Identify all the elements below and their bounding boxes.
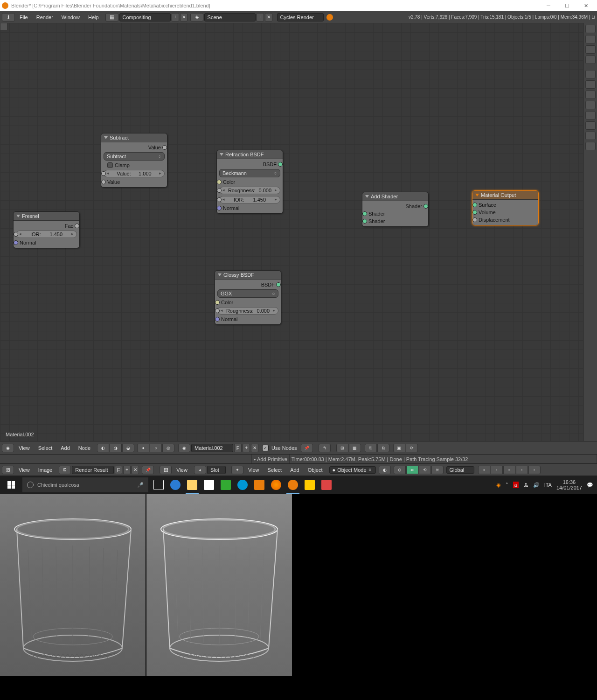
scene-icon[interactable]: ◈	[190, 13, 203, 21]
minimize-button[interactable]: ─	[539, 0, 558, 11]
sidebar-material-icon[interactable]	[585, 111, 596, 119]
ne-add[interactable]: Add	[57, 444, 74, 452]
engine-dropdown[interactable]: Cycles Render	[277, 13, 324, 21]
refraction-dist-dropdown[interactable]: Beckmann≎	[219, 169, 280, 177]
socket-color-in[interactable]	[217, 180, 222, 184]
layer-3[interactable]: ▫	[503, 466, 515, 474]
socket-fac-out[interactable]	[75, 224, 79, 228]
app-2-icon[interactable]	[251, 476, 268, 494]
socket-rough-in[interactable]	[217, 188, 222, 193]
pin-icon[interactable]: 📌	[301, 444, 313, 452]
paste-nodes-icon[interactable]: ⎗	[377, 444, 389, 452]
tex-type-btn[interactable]: ◒	[122, 444, 134, 452]
sidebar-texture-icon[interactable]	[585, 121, 596, 130]
img-image[interactable]: Image	[35, 466, 56, 474]
sidebar-physics-icon[interactable]	[585, 142, 596, 150]
socket-normal-in[interactable]	[217, 206, 222, 210]
sidebar-modifiers-icon[interactable]	[585, 91, 596, 99]
menu-window[interactable]: Window	[58, 14, 83, 21]
go-parent-icon[interactable]: ↰	[319, 444, 331, 452]
scene-add[interactable]: +	[257, 13, 264, 21]
math-mode-dropdown[interactable]: Subtract≎	[104, 152, 165, 161]
layer-1[interactable]: ▪	[478, 466, 490, 474]
socket-normal-in[interactable]	[14, 240, 18, 245]
menu-file[interactable]: File	[16, 14, 32, 21]
task-view-icon[interactable]	[150, 476, 167, 494]
mode-dropdown[interactable]: ●Object Mode≎	[329, 466, 376, 474]
obj-mat-btn[interactable]: ●	[137, 444, 149, 452]
layer-4[interactable]: ▫	[516, 466, 528, 474]
info-editor-icon[interactable]: ℹ	[2, 13, 15, 21]
close-button[interactable]: ✕	[576, 0, 595, 11]
editor-type-icon[interactable]: ◉	[2, 444, 14, 452]
world-mat-btn[interactable]: ○	[150, 444, 162, 452]
render-result-field[interactable]: Render Result	[72, 466, 114, 474]
scene-remove[interactable]: ✕	[265, 13, 272, 21]
orientation-dropdown[interactable]: Global	[446, 466, 474, 474]
img-pin-icon[interactable]: 📌	[142, 466, 154, 474]
ne-node[interactable]: Node	[75, 444, 94, 452]
snap-type-icon[interactable]: ▦	[349, 444, 361, 452]
socket-rough-in[interactable]	[215, 308, 220, 313]
layer-2[interactable]: ▫	[491, 466, 503, 474]
scene-dropdown[interactable]: Scene	[204, 13, 256, 21]
hp-icon[interactable]	[234, 476, 251, 494]
layout-add[interactable]: +	[172, 13, 179, 21]
slot-back-icon[interactable]: ◂	[194, 466, 206, 474]
glossy-dist-dropdown[interactable]: GGX≎	[217, 289, 278, 298]
fresnel-ior-field[interactable]: ◂IOR:1.450▸	[16, 231, 77, 238]
tray-volume-icon[interactable]: 🔊	[533, 482, 540, 488]
sidebar-render-icon[interactable]	[585, 25, 596, 33]
socket-ior-in[interactable]	[217, 197, 222, 202]
node-editor[interactable]: Fresnel Fac ◂IOR:1.450▸ Normal Subtract …	[0, 23, 583, 441]
socket-disp-in[interactable]	[472, 217, 477, 222]
mic-icon[interactable]: 🎤	[137, 482, 144, 488]
3d-add[interactable]: Add	[286, 466, 303, 474]
socket-shader-out[interactable]	[423, 204, 428, 209]
socket-shader1-in[interactable]	[362, 211, 367, 216]
socket-value2-in[interactable]	[101, 180, 106, 184]
sidebar-world-icon[interactable]	[585, 56, 596, 64]
sidebar-layers-icon[interactable]	[585, 35, 596, 43]
sidebar-constraints-icon[interactable]	[585, 80, 596, 89]
3d-editor-icon[interactable]: ✦	[231, 466, 243, 474]
edge-icon[interactable]	[167, 476, 184, 494]
img2-view[interactable]: View	[173, 466, 191, 474]
shading-icon[interactable]: ◐	[379, 466, 391, 474]
app-4-icon[interactable]	[318, 476, 335, 494]
firefox-icon[interactable]	[268, 476, 285, 494]
lamp-mat-btn[interactable]: ◎	[162, 444, 174, 452]
socket-volume-in[interactable]	[472, 210, 477, 215]
socket-value-out[interactable]	[162, 145, 167, 150]
explorer-icon[interactable]	[184, 476, 201, 494]
manip-icon[interactable]: ⬌	[406, 466, 418, 474]
menu-help[interactable]: Help	[84, 14, 103, 21]
sidebar-data-icon[interactable]	[585, 101, 596, 109]
ne-view[interactable]: View	[15, 444, 34, 452]
refraction-ior-field[interactable]: ◂IOR:1.450▸	[219, 196, 280, 203]
tray-app-icon[interactable]: ◉	[496, 482, 501, 488]
refraction-rough-field[interactable]: ◂Roughness:0.000▸	[219, 187, 280, 194]
manip-rot-icon[interactable]: ⟲	[419, 466, 431, 474]
layout-icon[interactable]: ▦	[105, 13, 118, 21]
mat-add-btn[interactable]: +	[243, 444, 250, 452]
node-add-shader[interactable]: Add Shader Shader Shader Shader	[362, 192, 429, 227]
snap-icon[interactable]: ⊞	[336, 444, 348, 452]
layer-5[interactable]: ▫	[528, 466, 541, 474]
socket-bsdf-out[interactable]	[278, 162, 283, 167]
comp-type-btn[interactable]: ◑	[110, 444, 122, 452]
slot-field[interactable]: Slot	[207, 466, 226, 474]
3d-object[interactable]: Object	[304, 466, 326, 474]
app-3-icon[interactable]	[301, 476, 318, 494]
backdrop-icon[interactable]: ▣	[393, 444, 405, 452]
mat-unlink-btn[interactable]: ✕	[251, 444, 258, 452]
layout-dropdown[interactable]: Compositing	[119, 13, 171, 21]
pivot-icon[interactable]: ⊙	[394, 466, 406, 474]
socket-ior-in[interactable]	[14, 232, 18, 237]
cortana-search[interactable]: Chiedimi qualcosa 🎤	[22, 477, 148, 492]
node-material-output[interactable]: Material Output Surface Volume Displacem…	[472, 190, 539, 225]
tray-chevron-icon[interactable]: ˄	[506, 482, 508, 488]
3d-select[interactable]: Select	[264, 466, 286, 474]
add-primitive-label[interactable]: Add Primitive	[257, 456, 287, 462]
tray-av-icon[interactable]: a	[513, 482, 519, 488]
